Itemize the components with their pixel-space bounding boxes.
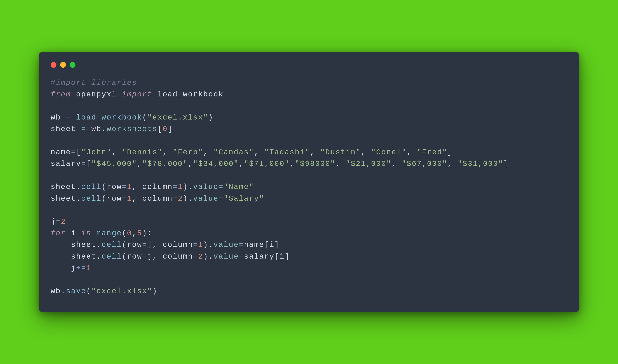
op-eq: = bbox=[66, 113, 71, 122]
keyword-import: import bbox=[122, 90, 152, 99]
paren: ) bbox=[152, 287, 158, 295]
close-icon[interactable] bbox=[51, 62, 56, 68]
dot: . bbox=[188, 183, 193, 191]
attr-worksheets: worksheets bbox=[107, 125, 157, 133]
paren: ) bbox=[203, 252, 208, 261]
op-eq: = bbox=[122, 183, 127, 191]
paren: ) bbox=[183, 195, 188, 203]
var-salary: salary bbox=[244, 252, 275, 261]
op-eq: = bbox=[71, 148, 76, 156]
string-literal: "Fred" bbox=[417, 148, 448, 156]
code-block: #import libraries from openpyxl import l… bbox=[51, 77, 567, 297]
attr-value: value bbox=[213, 241, 239, 249]
var-wb: wb bbox=[51, 287, 61, 295]
paren: ) bbox=[142, 229, 147, 237]
indent bbox=[51, 241, 71, 249]
string-literal: "Tadashi" bbox=[264, 148, 310, 156]
number-literal: 2 bbox=[198, 252, 203, 261]
string-literal: "Conel" bbox=[371, 148, 407, 156]
var-j: j bbox=[51, 218, 56, 226]
keyword-from: from bbox=[51, 90, 71, 99]
comma: , bbox=[335, 160, 346, 168]
op-eq: = bbox=[193, 241, 198, 249]
method-cell: cell bbox=[81, 183, 102, 191]
op-eq: = bbox=[81, 160, 86, 168]
string-literal: "$67,000" bbox=[402, 160, 447, 168]
string-literal: "John" bbox=[81, 148, 112, 156]
indent bbox=[51, 264, 71, 272]
string-literal: "excel.xlsx" bbox=[91, 287, 152, 295]
bracket: ] bbox=[447, 148, 453, 156]
var-sheet: sheet bbox=[51, 125, 76, 133]
attr-value: value bbox=[193, 195, 219, 203]
dot: . bbox=[96, 241, 101, 249]
attr-value: value bbox=[213, 252, 239, 261]
string-literal: "$71,000" bbox=[244, 160, 290, 168]
string-literal: "excel.xlsx" bbox=[147, 113, 208, 122]
zoom-icon[interactable] bbox=[70, 62, 75, 68]
number-literal: 1 bbox=[127, 195, 132, 203]
dot: . bbox=[101, 125, 107, 133]
kwarg-column: column bbox=[142, 195, 173, 203]
kwarg-row: row bbox=[127, 241, 142, 249]
paren: ) bbox=[183, 183, 188, 191]
bracket: ] bbox=[168, 125, 173, 133]
keyword-for: for bbox=[51, 229, 66, 237]
var-sheet: sheet bbox=[71, 252, 96, 261]
var-salary: salary bbox=[51, 160, 81, 168]
op-eq: = bbox=[219, 195, 224, 203]
keyword-in: in bbox=[81, 229, 91, 237]
attr-value: value bbox=[193, 183, 219, 191]
kwarg-column: column bbox=[163, 252, 193, 261]
bracket: [ bbox=[157, 125, 163, 133]
op-eq: = bbox=[219, 183, 224, 191]
number-literal: 0 bbox=[163, 125, 168, 133]
kwarg-row: row bbox=[107, 195, 122, 203]
func-call: load_workbook bbox=[76, 113, 142, 122]
op-eq: = bbox=[56, 218, 61, 226]
comma: , bbox=[132, 183, 142, 191]
number-literal: 1 bbox=[127, 183, 132, 191]
colon: : bbox=[147, 229, 152, 237]
paren: ) bbox=[203, 241, 208, 249]
dot: . bbox=[96, 252, 101, 261]
dot: . bbox=[208, 241, 213, 249]
var-sheet: sheet bbox=[51, 195, 76, 203]
number-literal: 0 bbox=[127, 229, 132, 237]
comma: , bbox=[239, 160, 244, 168]
code-window: #import libraries from openpyxl import l… bbox=[39, 52, 579, 312]
op-eq: = bbox=[81, 125, 86, 133]
string-literal: "$45,000" bbox=[91, 160, 137, 168]
string-literal: "$78,000" bbox=[142, 160, 188, 168]
minimize-icon[interactable] bbox=[60, 62, 66, 68]
var-wb: wb bbox=[91, 125, 101, 133]
code-comment: #import libraries bbox=[51, 78, 137, 87]
var-j: j bbox=[71, 264, 76, 272]
op-eq: = bbox=[239, 241, 244, 249]
paren: ( bbox=[122, 252, 127, 261]
method-cell: cell bbox=[101, 241, 122, 249]
paren: ( bbox=[142, 113, 147, 122]
op-eq: = bbox=[173, 195, 178, 203]
paren: ( bbox=[122, 241, 127, 249]
number-literal: 2 bbox=[61, 218, 66, 226]
kwarg-row: row bbox=[127, 252, 142, 261]
number-literal: 1 bbox=[178, 183, 183, 191]
indent bbox=[51, 252, 71, 261]
number-literal: 1 bbox=[86, 264, 91, 272]
comma: , bbox=[391, 160, 402, 168]
bracket: [ bbox=[76, 148, 81, 156]
bracket: ] bbox=[285, 252, 290, 261]
op-eq: = bbox=[142, 241, 147, 249]
string-literal: "Candas" bbox=[213, 148, 254, 156]
comma: , bbox=[163, 148, 173, 156]
comma: , bbox=[132, 229, 137, 237]
string-literal: "$98000" bbox=[295, 160, 335, 168]
comma: , bbox=[152, 252, 163, 261]
var-wb: wb bbox=[51, 113, 61, 122]
kwarg-column: column bbox=[142, 183, 173, 191]
number-literal: 1 bbox=[198, 241, 203, 249]
paren: ( bbox=[101, 183, 107, 191]
dot: . bbox=[76, 183, 81, 191]
comma: , bbox=[407, 148, 417, 156]
